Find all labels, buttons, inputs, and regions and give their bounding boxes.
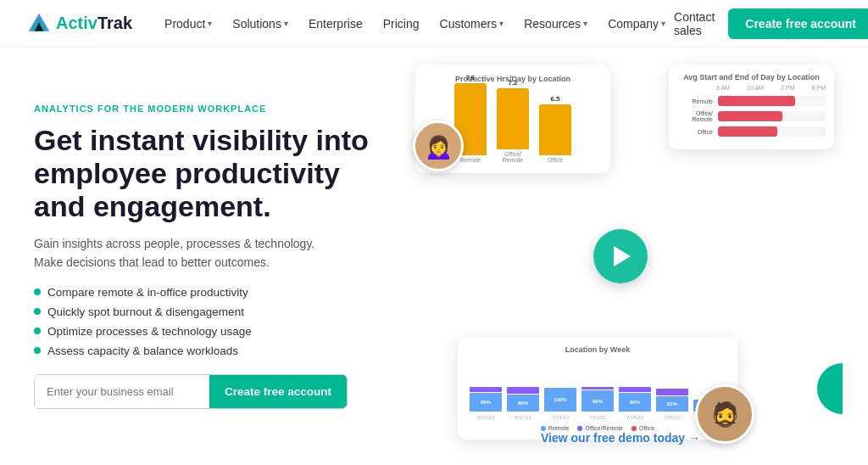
bar-label: Office/ Remote: [503, 151, 524, 163]
play-icon: [614, 246, 631, 266]
contact-sales-link[interactable]: Contact sales: [674, 10, 715, 37]
chevron-down-icon: ▾: [499, 19, 504, 28]
nav-solutions[interactable]: Solutions ▾: [224, 12, 297, 36]
email-input[interactable]: [35, 375, 209, 408]
bar-label: Office: [548, 157, 563, 163]
hbar-row: Remote: [677, 96, 826, 106]
list-item: Optimize processes & technology usage: [34, 325, 390, 338]
hbar-fill: [718, 126, 777, 137]
hero-left: Analytics for the modern workplace Get i…: [34, 104, 390, 409]
stacked-column: 99% 7/11/22: [581, 361, 614, 420]
stacked-chart-card: Location by Week 86% 6/20/22 80% 6/27/22: [458, 337, 737, 440]
stacked-column: 80% 6/27/22: [507, 361, 539, 420]
legend-item-office: Office: [632, 425, 654, 431]
nav-right: Contact sales Create free account: [674, 8, 868, 39]
legend-color: [632, 426, 637, 431]
bar-label: Remote: [460, 157, 481, 163]
avatar: 🧔: [695, 384, 754, 444]
bar-group: 7.2 Office/ Remote: [497, 79, 529, 163]
email-signup-form: Create free account: [34, 374, 348, 409]
nav-pricing[interactable]: Pricing: [375, 12, 428, 36]
logo[interactable]: ActivTrak: [27, 12, 132, 36]
bar-rect: [539, 104, 571, 155]
legend-color: [541, 426, 546, 431]
bar-chart-card: Productive Hrs/Day by Location 🙍‍♀️ 7.6 …: [415, 64, 610, 173]
hbar-row: Office/ Remote: [677, 110, 826, 122]
stacked-column: 81% 7/25/22: [656, 361, 688, 420]
hbar-time-labels: 8 AM 10 AM 2 PM 6 PM: [677, 85, 826, 91]
hero-right: Productive Hrs/Day by Location 🙍‍♀️ 7.6 …: [407, 48, 834, 465]
list-item: Assess capacity & balance workloads: [34, 345, 390, 357]
hbar-row: Office: [677, 126, 826, 137]
nav-product[interactable]: Product ▾: [156, 12, 220, 36]
bar-value: 7.2: [508, 79, 517, 87]
hbar-chart-card: Avg Start and End of Day by Location 8 A…: [669, 64, 834, 149]
legend-item-office-remote: Office/Remote: [577, 425, 623, 431]
navbar: ActivTrak Product ▾ Solutions ▾ Enterpri…: [0, 0, 868, 48]
list-item: Compare remote & in-office productivity: [34, 286, 390, 299]
bar-value: 7.6: [465, 74, 475, 81]
stacked-column: 86% 6/20/22: [470, 361, 502, 420]
logo-icon: [27, 12, 51, 36]
list-item: Quickly spot burnout & disengagement: [34, 305, 390, 318]
stacked-column: 86% 7/18/22: [619, 361, 651, 420]
avatar-image: 🧔: [698, 387, 752, 441]
nav-resources[interactable]: Resources ▾: [515, 12, 596, 36]
stacked-chart-area: 86% 6/20/22 80% 6/27/22 100% 7/04/22: [470, 361, 726, 420]
chevron-down-icon: ▾: [583, 19, 587, 28]
nav-company[interactable]: Company ▾: [599, 12, 674, 36]
bullet-icon: [34, 347, 41, 354]
hbar-fill: [718, 96, 795, 106]
chevron-down-icon: ▾: [661, 19, 665, 28]
bar-group: 6.5 Office: [539, 95, 571, 163]
eyebrow-text: Analytics for the modern workplace: [34, 104, 390, 114]
hbar-fill: [718, 111, 782, 121]
nav-cta-button[interactable]: Create free account: [728, 8, 868, 39]
hbar-track: [718, 96, 826, 106]
chevron-down-icon: ▾: [284, 19, 288, 28]
stacked-seg-office: [470, 387, 502, 392]
stacked-column: 100% 7/04/22: [544, 361, 576, 420]
legend-color: [577, 426, 582, 431]
hbar-track: [718, 111, 826, 121]
green-tab: [817, 363, 843, 414]
chevron-down-icon: ▾: [208, 19, 212, 28]
nav-enterprise[interactable]: Enterprise: [300, 12, 371, 36]
bar-value: 6.5: [550, 95, 559, 103]
bar-rect: [497, 88, 529, 149]
avatar: 🙍‍♀️: [413, 120, 464, 171]
nav-customers[interactable]: Customers ▾: [431, 12, 513, 36]
bullet-icon: [34, 328, 41, 334]
bar-chart-area: 🙍‍♀️ 7.6 Remote 7.2 Office/ Remote 6.5 O…: [426, 87, 600, 163]
bullet-list: Compare remote & in-office productivity …: [34, 286, 390, 357]
legend-item-remote: Remote: [541, 425, 570, 431]
hero-subtext: Gain insights across people, processes &…: [34, 235, 390, 272]
bullet-icon: [34, 308, 41, 315]
stacked-chart-title: Location by Week: [470, 345, 726, 354]
signup-button[interactable]: Create free account: [209, 375, 347, 408]
play-button[interactable]: [593, 229, 648, 283]
hbar-track: [718, 126, 826, 137]
nav-links: Product ▾ Solutions ▾ Enterprise Pricing…: [156, 12, 674, 36]
hero-headline: Get instant visibility into employee pro…: [34, 124, 390, 223]
logo-text: ActivTrak: [56, 14, 132, 33]
hbar-chart-title: Avg Start and End of Day by Location: [677, 73, 826, 81]
demo-link[interactable]: View our free demo today →: [541, 431, 700, 445]
main-content: Analytics for the modern workplace Get i…: [0, 48, 868, 465]
avatar-image: 🙍‍♀️: [415, 123, 461, 169]
bullet-icon: [34, 289, 41, 295]
chart-legend: Remote Office/Remote Office: [470, 425, 726, 431]
